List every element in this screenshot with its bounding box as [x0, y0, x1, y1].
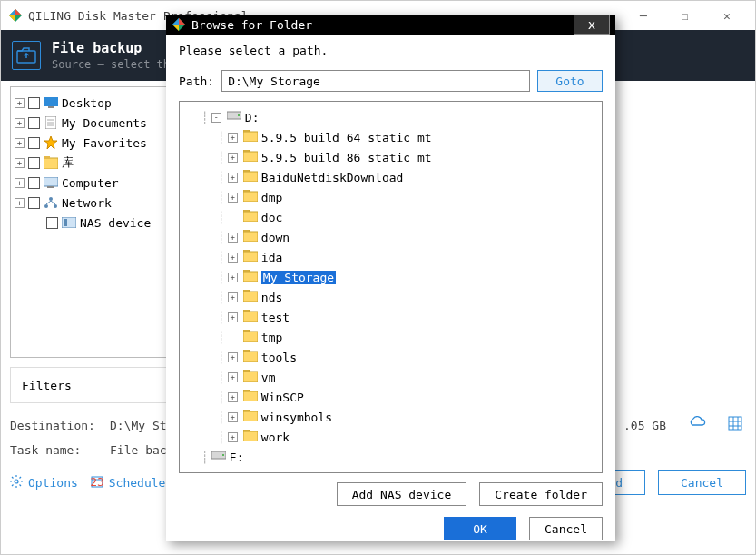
- svg-line-36: [20, 477, 22, 479]
- svg-rect-22: [64, 219, 67, 226]
- expander-icon[interactable]: +: [15, 118, 25, 128]
- tree-item-label: My Favorites: [62, 136, 147, 150]
- folder-tree-row[interactable]: ┊tmp: [185, 327, 596, 347]
- expander-icon[interactable]: +: [15, 198, 25, 208]
- maximize-button[interactable]: ☐: [664, 3, 706, 28]
- cancel-button[interactable]: Cancel: [529, 517, 603, 540]
- checkbox[interactable]: [28, 197, 40, 209]
- checkbox[interactable]: [46, 217, 58, 229]
- expander-icon[interactable]: +: [228, 193, 238, 203]
- folder-tree-row[interactable]: ┊+work: [185, 427, 596, 447]
- checkbox[interactable]: [28, 177, 40, 189]
- expander-icon[interactable]: +: [228, 312, 238, 322]
- folder-label: BaiduNetdiskDownload: [261, 171, 404, 184]
- folder-tree-row[interactable]: ┊E:: [185, 447, 596, 467]
- path-label: Path:: [179, 74, 214, 88]
- svg-rect-63: [243, 292, 258, 302]
- folder-label: 5.9.5_build_64_static_mt: [261, 131, 432, 144]
- svg-marker-2: [9, 15, 15, 22]
- expander-icon[interactable]: +: [228, 412, 238, 422]
- folder-label: vm: [261, 371, 276, 384]
- folder-tree-row[interactable]: ┊doc: [185, 207, 596, 227]
- expander-icon[interactable]: -: [211, 113, 221, 123]
- svg-marker-43: [172, 18, 179, 25]
- expander-icon[interactable]: +: [228, 432, 238, 442]
- folder-label: work: [261, 431, 290, 444]
- drive-icon: [211, 450, 226, 464]
- svg-line-35: [12, 484, 14, 486]
- folder-tree-row[interactable]: ┊+test: [185, 307, 596, 327]
- grid-icon[interactable]: [728, 416, 746, 434]
- folder-icon: [243, 390, 258, 404]
- create-folder-button[interactable]: Create folder: [479, 482, 603, 506]
- svg-marker-1: [15, 9, 22, 15]
- folder-tree-row[interactable]: ┊+winsymbols: [185, 407, 596, 427]
- folder-tree-row[interactable]: ┊+down: [185, 227, 596, 247]
- folder-tree-row[interactable]: ┊+WinSCP: [185, 387, 596, 407]
- checkbox[interactable]: [28, 117, 40, 129]
- folder-tree-row[interactable]: ┊+nds: [185, 287, 596, 307]
- expander-icon[interactable]: +: [228, 352, 238, 362]
- expander-icon[interactable]: +: [228, 233, 238, 243]
- add-nas-button[interactable]: Add NAS device: [337, 482, 467, 506]
- folder-tree-row[interactable]: ┊+ida: [185, 247, 596, 267]
- svg-rect-67: [243, 332, 258, 342]
- svg-rect-59: [243, 252, 258, 262]
- star-icon: [44, 135, 58, 150]
- folder-tree-row[interactable]: ┊+My Storage: [185, 267, 596, 287]
- folder-label: D:: [245, 111, 260, 124]
- browse-folder-dialog: Browse for Folder x Please select a path…: [166, 15, 615, 541]
- cancel-button-main[interactable]: Cancel: [658, 470, 746, 495]
- goto-button[interactable]: Goto: [537, 70, 603, 92]
- folder-tree-row[interactable]: ┊+BaiduNetdiskDownload: [185, 167, 596, 187]
- expander-icon[interactable]: +: [228, 133, 238, 143]
- expander-icon[interactable]: +: [228, 153, 238, 163]
- svg-rect-23: [729, 417, 741, 430]
- folder-label: 5.9.5_build_86_static_mt: [261, 151, 432, 164]
- folder-tree-row[interactable]: ┊+vm: [185, 367, 596, 387]
- svg-rect-12: [44, 158, 58, 169]
- svg-rect-51: [243, 172, 258, 182]
- cloud-sync-icon[interactable]: [688, 416, 706, 434]
- folder-label: WinSCP: [261, 391, 304, 404]
- folder-tree[interactable]: ┊-D:┊+5.9.5_build_64_static_mt┊+5.9.5_bu…: [179, 101, 603, 473]
- folder-tree-row[interactable]: ┊-D:: [185, 107, 596, 127]
- checkbox[interactable]: [28, 97, 40, 109]
- folder-label: My Storage: [261, 271, 336, 284]
- expander-icon[interactable]: +: [228, 253, 238, 263]
- svg-rect-47: [243, 132, 258, 142]
- svg-point-17: [44, 204, 48, 208]
- svg-rect-61: [243, 272, 258, 282]
- svg-rect-6: [48, 106, 54, 108]
- schedule-button[interactable]: 23 Schedule: [91, 475, 166, 491]
- expander-icon[interactable]: +: [15, 138, 25, 148]
- expander-icon[interactable]: +: [228, 292, 238, 302]
- checkbox[interactable]: [28, 137, 40, 149]
- ok-button[interactable]: OK: [444, 517, 516, 540]
- checkbox[interactable]: [28, 157, 40, 169]
- tree-item-label: My Documents: [62, 116, 147, 130]
- folder-icon: [243, 270, 258, 284]
- minimize-button[interactable]: ─: [623, 3, 664, 28]
- app-logo-icon: [8, 8, 23, 23]
- tree-item-label: NAS device: [80, 216, 151, 230]
- expander-icon[interactable]: +: [228, 392, 238, 402]
- folder-tree-row[interactable]: ┊+dmp: [185, 187, 596, 207]
- folder-tree-row[interactable]: ┊+tools: [185, 347, 596, 367]
- folder-tree-row[interactable]: ┊+5.9.5_build_86_static_mt: [185, 147, 596, 167]
- expander-icon[interactable]: +: [228, 173, 238, 183]
- taskname-label: Task name:: [10, 443, 101, 457]
- folder-icon: [243, 170, 258, 184]
- svg-point-16: [49, 197, 53, 201]
- folder-tree-row[interactable]: ┊+5.9.5_build_64_static_mt: [185, 127, 596, 147]
- expander-icon[interactable]: +: [228, 273, 238, 282]
- folder-icon: [243, 130, 258, 144]
- path-input[interactable]: [221, 70, 530, 92]
- options-button[interactable]: Options: [10, 475, 78, 491]
- expander-icon[interactable]: +: [15, 98, 25, 108]
- dialog-close-button[interactable]: x: [574, 15, 610, 35]
- close-button[interactable]: ✕: [706, 3, 748, 28]
- expander-icon[interactable]: +: [15, 178, 25, 188]
- expander-icon[interactable]: +: [228, 372, 238, 382]
- expander-icon[interactable]: +: [15, 158, 25, 168]
